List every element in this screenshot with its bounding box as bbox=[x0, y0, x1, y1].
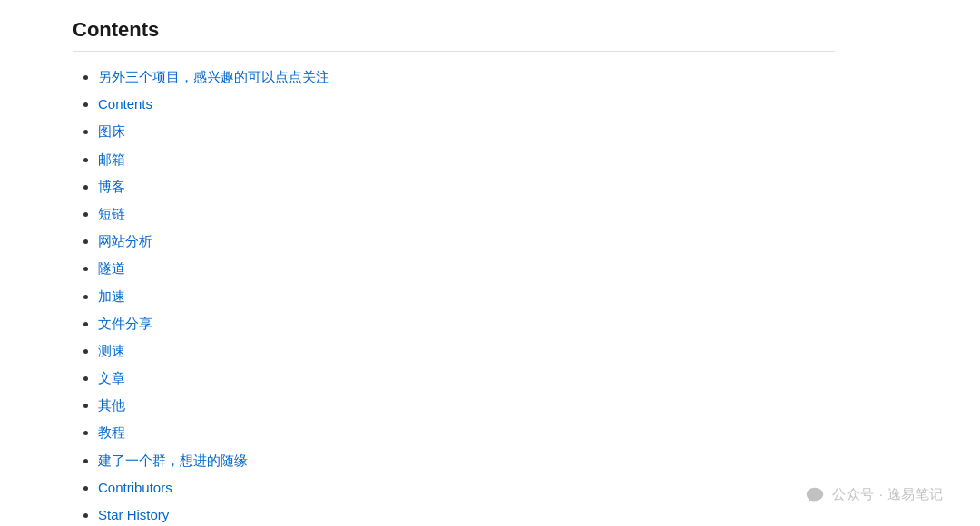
list-item: Contents bbox=[98, 92, 835, 116]
list-item-link[interactable]: 其他 bbox=[98, 397, 125, 413]
list-item-link[interactable]: 建了一个群，想进的随缘 bbox=[98, 453, 248, 468]
list-item: 文件分享 bbox=[98, 311, 835, 336]
list-item-link[interactable]: 教程 bbox=[98, 424, 125, 440]
list-item-link[interactable]: Contributors bbox=[98, 480, 172, 495]
list-item-link[interactable]: 博客 bbox=[98, 179, 125, 194]
list-item: 邮箱 bbox=[98, 147, 835, 171]
main-container: Contents 另外三个项目，感兴趣的可以点点关注Contents图床邮箱博客… bbox=[0, 0, 907, 526]
list-item: 加速 bbox=[98, 284, 835, 308]
list-item-link[interactable]: Contents bbox=[98, 96, 152, 112]
list-item: Contributors bbox=[98, 475, 835, 500]
list-item: 图床 bbox=[98, 119, 835, 143]
list-item: 建了一个群，想进的随缘 bbox=[98, 448, 835, 472]
contents-list: 另外三个项目，感兴趣的可以点点关注Contents图床邮箱博客短链网站分析隧道加… bbox=[73, 64, 835, 526]
list-item: 其他 bbox=[98, 393, 835, 417]
watermark: 公众号 · 逸易笔记 bbox=[805, 484, 944, 504]
list-item-link[interactable]: 文章 bbox=[98, 370, 125, 385]
wechat-icon bbox=[805, 484, 825, 504]
watermark-text: 公众号 · 逸易笔记 bbox=[832, 486, 944, 503]
list-item: 测速 bbox=[98, 338, 835, 363]
list-item-link[interactable]: 邮箱 bbox=[98, 151, 125, 167]
list-item-link[interactable]: 另外三个项目，感兴趣的可以点点关注 bbox=[98, 69, 329, 84]
list-item-link[interactable]: 网站分析 bbox=[98, 233, 152, 248]
list-item: 博客 bbox=[98, 174, 835, 199]
list-item: 另外三个项目，感兴趣的可以点点关注 bbox=[98, 64, 835, 89]
list-item-link[interactable]: 测速 bbox=[98, 343, 125, 358]
list-item-link[interactable]: 图床 bbox=[98, 123, 125, 139]
list-item: 文章 bbox=[98, 365, 835, 390]
list-item-link[interactable]: Star History bbox=[98, 507, 169, 522]
list-item-link[interactable]: 隧道 bbox=[98, 260, 125, 276]
list-item-link[interactable]: 短链 bbox=[98, 206, 125, 221]
list-item-link[interactable]: 加速 bbox=[98, 288, 125, 304]
list-item: 教程 bbox=[98, 420, 835, 444]
list-item: 短链 bbox=[98, 201, 835, 226]
list-item: 网站分析 bbox=[98, 229, 835, 253]
list-item: Star History bbox=[98, 502, 835, 526]
list-item-link[interactable]: 文件分享 bbox=[98, 316, 152, 331]
list-item: 隧道 bbox=[98, 256, 835, 280]
page-title: Contents bbox=[73, 18, 835, 52]
